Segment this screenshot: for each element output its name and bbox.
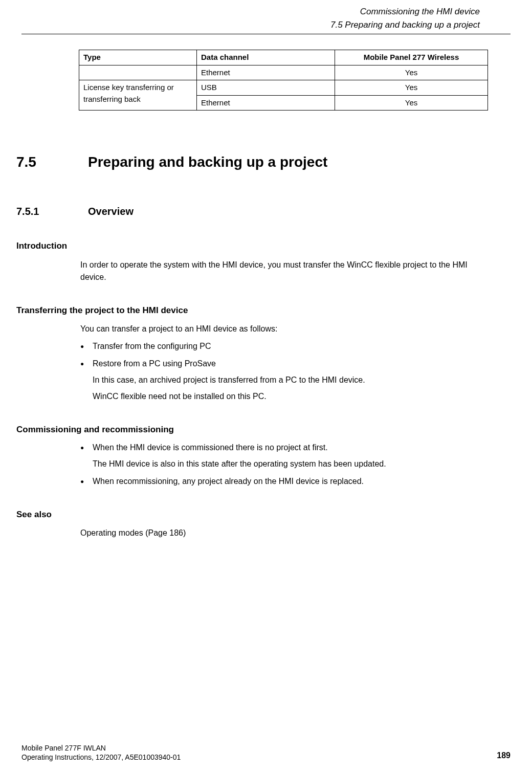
subsection-number: 7.5.1	[16, 204, 88, 219]
subsection-title: Overview	[88, 204, 134, 219]
th-channel: Data channel	[197, 50, 335, 65]
table-row: Ethernet Yes	[79, 65, 488, 80]
bullet-subtext: The HMI device is also in this state aft…	[93, 458, 501, 470]
th-type: Type	[79, 50, 197, 65]
cell-type: License key transferring or transferring…	[79, 80, 197, 111]
bullet-subtext: WinCC flexible need not be installed on …	[93, 390, 501, 403]
bullet-text: When the HMI device is commissioned ther…	[93, 443, 328, 452]
data-channel-table: Type Data channel Mobile Panel 277 Wirel…	[79, 50, 488, 111]
footer-line1: Mobile Panel 277F IWLAN	[21, 743, 181, 753]
list-item: When the HMI device is commissioned ther…	[80, 442, 501, 470]
header-chapter: Commissioning the HMI device	[52, 5, 480, 18]
footer-doc-info: Mobile Panel 277F IWLAN Operating Instru…	[21, 743, 181, 762]
cell-type	[79, 65, 197, 80]
bullet-text: When recommissioning, any project alread…	[93, 477, 364, 486]
intro-heading: Introduction	[16, 239, 501, 253]
intro-text: In order to operate the system with the …	[80, 259, 501, 283]
table-row: License key transferring or transferring…	[79, 80, 488, 96]
seealso-text: Operating modes (Page 186)	[80, 527, 501, 539]
bullet-text: Restore from a PC using ProSave	[93, 359, 216, 368]
transfer-heading: Transferring the project to the HMI devi…	[16, 304, 501, 317]
th-device: Mobile Panel 277 Wireless	[335, 50, 488, 65]
page-header: Commissioning the HMI device 7.5 Prepari…	[21, 0, 511, 34]
section-title: Preparing and backing up a project	[88, 151, 327, 173]
list-item: Transfer from the configuring PC	[80, 340, 501, 352]
section-number: 7.5	[16, 151, 88, 173]
cell-channel: Ethernet	[197, 65, 335, 80]
page-footer: Mobile Panel 277F IWLAN Operating Instru…	[21, 743, 511, 762]
transfer-lead: You can transfer a project to an HMI dev…	[80, 323, 501, 335]
cell-channel: USB	[197, 80, 335, 96]
content-area: Type Data channel Mobile Panel 277 Wirel…	[0, 34, 532, 539]
subsection-heading: 7.5.1 Overview	[16, 204, 501, 219]
cell-value: Yes	[335, 95, 488, 111]
bullet-text: Transfer from the configuring PC	[93, 342, 211, 350]
seealso-heading: See also	[16, 508, 501, 521]
commissioning-heading: Commissioning and recommissioning	[16, 423, 501, 436]
section-heading: 7.5 Preparing and backing up a project	[16, 151, 501, 173]
bullet-subtext: In this case, an archived project is tra…	[93, 374, 501, 386]
transfer-list: Transfer from the configuring PC Restore…	[80, 340, 501, 403]
table-header-row: Type Data channel Mobile Panel 277 Wirel…	[79, 50, 488, 65]
cell-value: Yes	[335, 80, 488, 96]
page-number: 189	[497, 749, 511, 762]
list-item: When recommissioning, any project alread…	[80, 475, 501, 488]
header-section: 7.5 Preparing and backing up a project	[52, 18, 480, 32]
cell-channel: Ethernet	[197, 95, 335, 111]
cell-value: Yes	[335, 65, 488, 80]
list-item: Restore from a PC using ProSave In this …	[80, 358, 501, 403]
footer-line2: Operating Instructions, 12/2007, A5E0100…	[21, 753, 181, 762]
commissioning-list: When the HMI device is commissioned ther…	[80, 442, 501, 488]
